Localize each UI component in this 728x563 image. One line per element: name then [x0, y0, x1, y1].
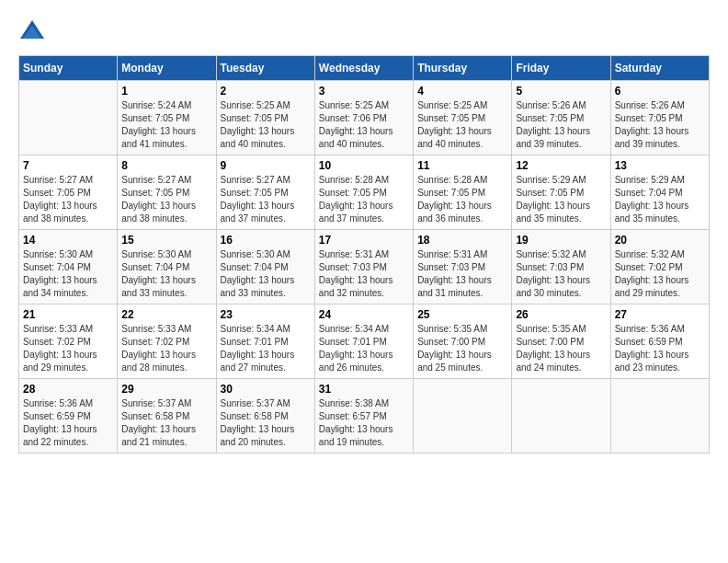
day-number: 3 — [319, 85, 409, 98]
calendar-cell: 30Sunrise: 5:37 AM Sunset: 6:58 PM Dayli… — [216, 379, 314, 454]
calendar-cell: 9Sunrise: 5:27 AM Sunset: 7:05 PM Daylig… — [216, 155, 314, 230]
calendar-cell: 22Sunrise: 5:33 AM Sunset: 7:02 PM Dayli… — [118, 304, 216, 379]
calendar-cell: 5Sunrise: 5:26 AM Sunset: 7:05 PM Daylig… — [512, 81, 610, 155]
logo-icon — [18, 18, 46, 46]
day-info: Sunrise: 5:24 AM Sunset: 7:05 PM Dayligh… — [121, 99, 211, 151]
day-info: Sunrise: 5:26 AM Sunset: 7:05 PM Dayligh… — [516, 99, 606, 151]
day-number: 18 — [417, 234, 507, 247]
calendar-header: Sunday Monday Tuesday Wednesday Thursday… — [19, 56, 710, 81]
day-info: Sunrise: 5:27 AM Sunset: 7:05 PM Dayligh… — [121, 174, 211, 225]
day-info: Sunrise: 5:32 AM Sunset: 7:03 PM Dayligh… — [516, 248, 606, 300]
day-number: 23 — [221, 308, 311, 321]
header-thursday: Thursday — [414, 56, 512, 81]
day-info: Sunrise: 5:36 AM Sunset: 6:59 PM Dayligh… — [23, 397, 113, 449]
day-info: Sunrise: 5:31 AM Sunset: 7:03 PM Dayligh… — [417, 248, 507, 300]
day-number: 12 — [516, 159, 606, 172]
header-row: Sunday Monday Tuesday Wednesday Thursday… — [19, 56, 710, 81]
logo — [18, 18, 50, 46]
header-monday: Monday — [118, 56, 216, 81]
day-info: Sunrise: 5:27 AM Sunset: 7:05 PM Dayligh… — [221, 174, 311, 225]
day-info: Sunrise: 5:29 AM Sunset: 7:05 PM Dayligh… — [516, 174, 606, 225]
calendar-cell — [19, 81, 118, 155]
calendar-cell: 2Sunrise: 5:25 AM Sunset: 7:05 PM Daylig… — [216, 81, 314, 155]
day-number: 24 — [319, 308, 409, 321]
calendar-cell: 27Sunrise: 5:36 AM Sunset: 6:59 PM Dayli… — [610, 304, 709, 379]
calendar-cell: 10Sunrise: 5:28 AM Sunset: 7:05 PM Dayli… — [314, 155, 413, 230]
day-info: Sunrise: 5:30 AM Sunset: 7:04 PM Dayligh… — [221, 248, 311, 300]
day-number: 8 — [121, 159, 211, 172]
day-number: 9 — [221, 159, 311, 172]
calendar-cell: 11Sunrise: 5:28 AM Sunset: 7:05 PM Dayli… — [414, 155, 512, 230]
calendar-cell — [512, 379, 610, 454]
calendar-cell — [610, 379, 709, 454]
calendar-cell: 3Sunrise: 5:25 AM Sunset: 7:06 PM Daylig… — [314, 81, 413, 155]
day-number: 25 — [417, 308, 507, 321]
day-info: Sunrise: 5:34 AM Sunset: 7:01 PM Dayligh… — [221, 323, 311, 374]
day-info: Sunrise: 5:25 AM Sunset: 7:05 PM Dayligh… — [221, 99, 311, 151]
day-number: 13 — [615, 159, 705, 172]
day-info: Sunrise: 5:38 AM Sunset: 6:57 PM Dayligh… — [319, 397, 409, 449]
day-info: Sunrise: 5:25 AM Sunset: 7:06 PM Dayligh… — [319, 99, 409, 151]
calendar-cell: 23Sunrise: 5:34 AM Sunset: 7:01 PM Dayli… — [216, 304, 314, 379]
calendar-week-5: 28Sunrise: 5:36 AM Sunset: 6:59 PM Dayli… — [19, 379, 710, 454]
calendar-cell: 12Sunrise: 5:29 AM Sunset: 7:05 PM Dayli… — [512, 155, 610, 230]
calendar-week-2: 7Sunrise: 5:27 AM Sunset: 7:05 PM Daylig… — [19, 155, 710, 230]
day-info: Sunrise: 5:30 AM Sunset: 7:04 PM Dayligh… — [121, 248, 211, 300]
calendar-cell: 13Sunrise: 5:29 AM Sunset: 7:04 PM Dayli… — [610, 155, 709, 230]
calendar-cell — [414, 379, 512, 454]
calendar-cell: 28Sunrise: 5:36 AM Sunset: 6:59 PM Dayli… — [19, 379, 118, 454]
calendar-cell: 19Sunrise: 5:32 AM Sunset: 7:03 PM Dayli… — [512, 230, 610, 304]
day-number: 20 — [615, 234, 705, 247]
day-info: Sunrise: 5:26 AM Sunset: 7:05 PM Dayligh… — [615, 99, 705, 151]
day-number: 26 — [516, 308, 606, 321]
day-number: 4 — [417, 85, 507, 98]
calendar-cell: 20Sunrise: 5:32 AM Sunset: 7:02 PM Dayli… — [610, 230, 709, 304]
calendar-cell: 16Sunrise: 5:30 AM Sunset: 7:04 PM Dayli… — [216, 230, 314, 304]
calendar-cell: 4Sunrise: 5:25 AM Sunset: 7:05 PM Daylig… — [414, 81, 512, 155]
day-number: 14 — [23, 234, 113, 247]
header-friday: Friday — [512, 56, 610, 81]
calendar-body: 1Sunrise: 5:24 AM Sunset: 7:05 PM Daylig… — [19, 81, 710, 454]
day-number: 28 — [23, 383, 113, 396]
day-info: Sunrise: 5:28 AM Sunset: 7:05 PM Dayligh… — [417, 174, 507, 225]
calendar-cell: 6Sunrise: 5:26 AM Sunset: 7:05 PM Daylig… — [610, 81, 709, 155]
day-number: 22 — [121, 308, 211, 321]
day-number: 2 — [221, 85, 311, 98]
day-info: Sunrise: 5:25 AM Sunset: 7:05 PM Dayligh… — [417, 99, 507, 151]
day-number: 19 — [516, 234, 606, 247]
day-number: 30 — [221, 383, 311, 396]
day-number: 16 — [221, 234, 311, 247]
day-info: Sunrise: 5:37 AM Sunset: 6:58 PM Dayligh… — [121, 397, 211, 449]
day-info: Sunrise: 5:35 AM Sunset: 7:00 PM Dayligh… — [516, 323, 606, 374]
day-info: Sunrise: 5:33 AM Sunset: 7:02 PM Dayligh… — [23, 323, 113, 374]
calendar-cell: 7Sunrise: 5:27 AM Sunset: 7:05 PM Daylig… — [19, 155, 118, 230]
calendar-cell: 15Sunrise: 5:30 AM Sunset: 7:04 PM Dayli… — [118, 230, 216, 304]
calendar-cell: 21Sunrise: 5:33 AM Sunset: 7:02 PM Dayli… — [19, 304, 118, 379]
calendar-cell: 18Sunrise: 5:31 AM Sunset: 7:03 PM Dayli… — [414, 230, 512, 304]
day-number: 21 — [23, 308, 113, 321]
day-number: 1 — [121, 85, 211, 98]
header-saturday: Saturday — [610, 56, 709, 81]
calendar-cell: 26Sunrise: 5:35 AM Sunset: 7:00 PM Dayli… — [512, 304, 610, 379]
day-info: Sunrise: 5:29 AM Sunset: 7:04 PM Dayligh… — [615, 174, 705, 225]
calendar-cell: 29Sunrise: 5:37 AM Sunset: 6:58 PM Dayli… — [118, 379, 216, 454]
calendar-week-3: 14Sunrise: 5:30 AM Sunset: 7:04 PM Dayli… — [19, 230, 710, 304]
calendar-cell: 8Sunrise: 5:27 AM Sunset: 7:05 PM Daylig… — [118, 155, 216, 230]
day-number: 15 — [121, 234, 211, 247]
calendar-week-4: 21Sunrise: 5:33 AM Sunset: 7:02 PM Dayli… — [19, 304, 710, 379]
day-info: Sunrise: 5:30 AM Sunset: 7:04 PM Dayligh… — [23, 248, 113, 300]
header-tuesday: Tuesday — [216, 56, 314, 81]
calendar-cell: 14Sunrise: 5:30 AM Sunset: 7:04 PM Dayli… — [19, 230, 118, 304]
day-number: 10 — [319, 159, 409, 172]
day-number: 27 — [615, 308, 705, 321]
day-info: Sunrise: 5:36 AM Sunset: 6:59 PM Dayligh… — [615, 323, 705, 374]
day-info: Sunrise: 5:27 AM Sunset: 7:05 PM Dayligh… — [23, 174, 113, 225]
page-header — [18, 18, 710, 46]
calendar-cell: 17Sunrise: 5:31 AM Sunset: 7:03 PM Dayli… — [314, 230, 413, 304]
calendar-cell: 1Sunrise: 5:24 AM Sunset: 7:05 PM Daylig… — [118, 81, 216, 155]
day-number: 7 — [23, 159, 113, 172]
day-number: 29 — [121, 383, 211, 396]
day-info: Sunrise: 5:33 AM Sunset: 7:02 PM Dayligh… — [121, 323, 211, 374]
day-number: 11 — [417, 159, 507, 172]
day-info: Sunrise: 5:28 AM Sunset: 7:05 PM Dayligh… — [319, 174, 409, 225]
